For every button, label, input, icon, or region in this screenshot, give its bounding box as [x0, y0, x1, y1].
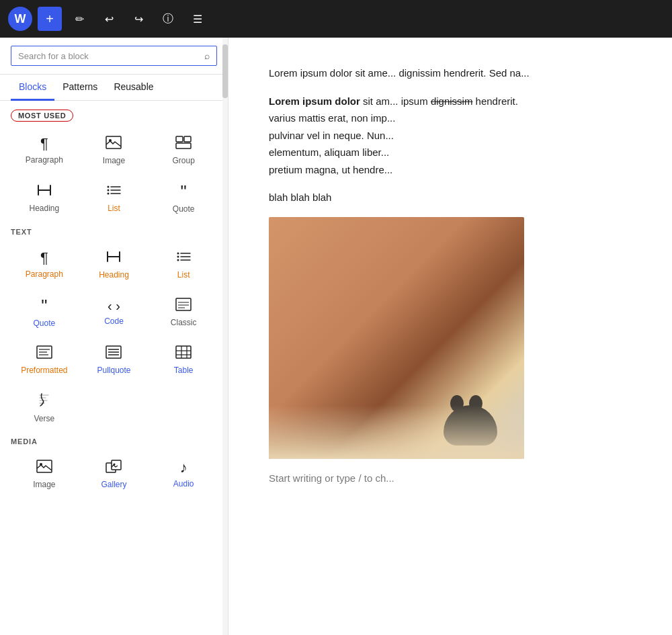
block-label: Preformatted — [21, 366, 67, 375]
gallery-icon — [106, 460, 122, 476]
menu-icon: ☰ — [193, 13, 202, 26]
text-section-label: TEXT — [11, 228, 217, 236]
svg-point-15 — [177, 259, 179, 261]
block-label: Quote — [33, 319, 55, 328]
block-image-2[interactable]: Image — [11, 451, 78, 495]
cat-image — [269, 217, 524, 459]
bold-text: Lorem ipsum dolor — [269, 95, 360, 107]
block-label: Table — [174, 366, 194, 375]
strikethrough-text: dignissim — [431, 95, 473, 107]
tab-patterns[interactable]: Patterns — [54, 75, 106, 101]
svg-point-11 — [177, 253, 179, 255]
sidebar: ⌕ Blocks Patterns Reusable MOST USED ¶ P… — [0, 38, 228, 635]
media-section: MEDIA Image Gallery — [11, 437, 217, 495]
block-verse-1[interactable]: Verse — [11, 384, 78, 429]
heading-icon — [37, 183, 52, 200]
block-paragraph-1[interactable]: ¶ Paragraph — [11, 127, 78, 171]
svg-rect-17 — [176, 298, 191, 310]
most-used-section: MOST USED ¶ Paragraph Image — [11, 109, 217, 220]
block-label: Paragraph — [26, 269, 63, 279]
quote-icon: " — [181, 183, 187, 200]
block-quote-2[interactable]: " Quote — [11, 288, 78, 334]
block-audio-1[interactable]: ♪ Audio — [150, 451, 217, 495]
block-group-1[interactable]: Group — [150, 127, 217, 171]
lorem-paragraph-2: Lorem ipsum dolor sit am... ipsum dignis… — [269, 93, 632, 179]
text-section: TEXT ¶ Paragraph Heading — [11, 228, 217, 429]
block-label: Gallery — [101, 480, 126, 489]
search-icon: ⌕ — [204, 50, 210, 61]
content-area: Most Used Blocks Blocks Lorem ipsum dolo… — [228, 38, 672, 635]
table-icon — [175, 345, 192, 362]
menu-button[interactable]: ☰ — [185, 7, 210, 31]
block-paragraph-2[interactable]: ¶ Paragraph — [11, 241, 78, 286]
svg-rect-29 — [176, 346, 191, 358]
svg-point-13 — [177, 256, 179, 258]
most-used-label: MOST USED — [11, 110, 73, 122]
block-label: Group — [172, 156, 194, 165]
block-heading-1[interactable]: Heading — [11, 174, 78, 220]
svg-rect-2 — [176, 136, 183, 142]
redo-button[interactable]: ↪ — [126, 7, 151, 31]
lorem-paragraph-1: Lorem ipsum dolor sit ame... dignissim h… — [269, 65, 632, 82]
block-label: List — [108, 204, 120, 213]
block-gallery-1[interactable]: Gallery — [81, 451, 148, 495]
start-writing-prompt[interactable]: Start writing or type / to ch... — [269, 470, 632, 487]
paragraph-icon: ¶ — [40, 251, 48, 265]
block-list-1[interactable]: List — [81, 174, 148, 220]
scrollbar-track[interactable] — [222, 38, 228, 635]
search-area: ⌕ — [0, 38, 228, 75]
block-heading-2[interactable]: Heading — [81, 241, 148, 286]
editor-preview: Lorem ipsum dolor sit ame... dignissim h… — [228, 38, 672, 635]
toolbar: W + ✏ ↩ ↪ ⓘ ☰ — [0, 0, 672, 38]
verse-icon — [38, 392, 51, 410]
list-icon — [176, 250, 191, 266]
tab-reusable[interactable]: Reusable — [106, 75, 161, 101]
block-preformatted-1[interactable]: Preformatted — [11, 337, 78, 381]
svg-point-9 — [108, 193, 110, 195]
block-image-1[interactable]: Image — [81, 127, 148, 171]
heading-icon — [106, 250, 121, 266]
block-label: Paragraph — [26, 155, 63, 165]
block-code-1[interactable]: ‹ › Code — [81, 288, 148, 334]
block-label: Image — [103, 156, 125, 165]
wp-logo-button[interactable]: W — [8, 7, 32, 31]
block-label: Verse — [34, 414, 54, 423]
info-icon: ⓘ — [163, 12, 173, 26]
most-used-grid: ¶ Paragraph Image Group — [11, 127, 217, 220]
scrollbar-thumb[interactable] — [222, 44, 228, 98]
pencil-icon: ✏ — [75, 13, 84, 26]
edit-button[interactable]: ✏ — [67, 7, 91, 31]
text-grid: ¶ Paragraph Heading List — [11, 241, 217, 429]
undo-icon: ↩ — [105, 13, 114, 26]
quote-icon: " — [41, 297, 47, 314]
svg-rect-37 — [112, 460, 121, 470]
undo-button[interactable]: ↩ — [97, 7, 121, 31]
svg-point-7 — [108, 189, 110, 192]
group-icon — [175, 136, 192, 152]
blocks-list: MOST USED ¶ Paragraph Image — [0, 101, 228, 635]
add-block-button[interactable]: + — [38, 7, 62, 31]
editor-content: Lorem ipsum dolor sit ame... dignissim h… — [255, 38, 645, 524]
search-input[interactable] — [18, 51, 204, 61]
block-label: Heading — [99, 270, 129, 280]
block-pullquote-1[interactable]: Pullquote — [81, 337, 148, 381]
block-label: Classic — [171, 318, 197, 327]
block-table-1[interactable]: Table — [150, 337, 217, 381]
redo-icon: ↪ — [134, 13, 143, 26]
paragraph-icon: ¶ — [40, 136, 48, 151]
search-box: ⌕ — [11, 46, 217, 66]
svg-point-5 — [108, 186, 110, 188]
block-quote-1[interactable]: " Quote — [150, 174, 217, 220]
classic-icon — [175, 298, 192, 314]
tab-blocks[interactable]: Blocks — [11, 75, 54, 101]
block-label: Pullquote — [97, 366, 130, 375]
info-button[interactable]: ⓘ — [156, 7, 180, 31]
preformatted-icon — [36, 345, 52, 362]
cat-paw — [444, 405, 497, 446]
block-label: Heading — [29, 204, 59, 213]
block-classic-1[interactable]: Classic — [150, 288, 217, 334]
block-label: Image — [33, 480, 55, 489]
block-list-2[interactable]: List — [150, 241, 217, 286]
list-icon — [106, 183, 121, 200]
block-label: List — [177, 270, 190, 280]
